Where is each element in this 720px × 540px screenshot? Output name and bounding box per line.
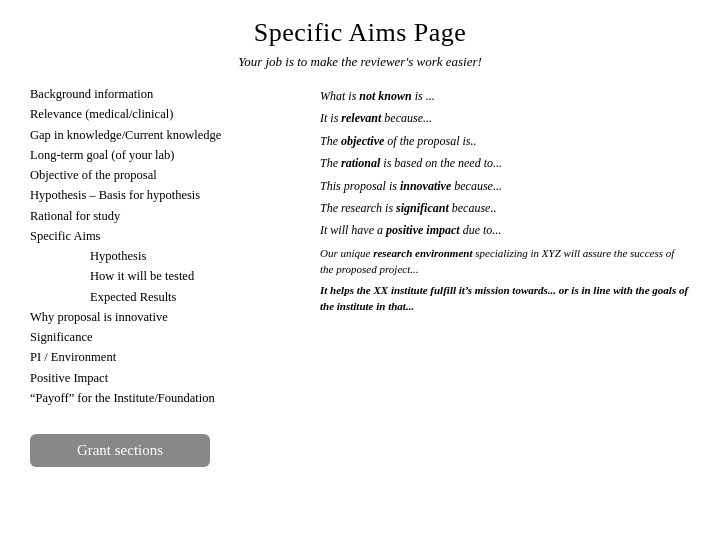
text-prefix: What is (320, 89, 359, 103)
research-environment: research environment (373, 247, 472, 259)
right-column: What is not known is ... It is relevant … (320, 84, 690, 526)
page-subtitle: Your job is to make the reviewer's work … (30, 54, 690, 70)
text-suffix: because.. (449, 201, 497, 215)
list-item: Hypothesis (30, 246, 300, 266)
text-prefix: The (320, 156, 341, 170)
payoff-text: It helps the XX institute fulfill it’s m… (320, 284, 571, 296)
list-item: Hypothesis – Basis for hypothesis (30, 185, 300, 205)
list-item: Long-term goal (of your lab) (30, 145, 300, 165)
text-suffix: of the proposal is.. (384, 134, 476, 148)
grant-sections-button[interactable]: Grant sections (30, 434, 210, 467)
positive-impact: positive impact (386, 223, 460, 237)
list-item: Rational for study (30, 206, 300, 226)
list-item: Gap in knowledge/Current knowledge (30, 125, 300, 145)
list-item: How it will be tested (30, 266, 300, 286)
rational: rational (341, 156, 380, 170)
text-prefix: The research is (320, 201, 396, 215)
list-item: Positive Impact (30, 368, 300, 388)
significant: significant (396, 201, 449, 215)
text-prefix: The (320, 134, 341, 148)
right-line-6: The research is significant because.. (320, 198, 690, 218)
not-known: not known (359, 89, 411, 103)
list-item: Background information (30, 84, 300, 104)
page-title: Specific Aims Page (30, 18, 690, 48)
list-item: Relevance (medical/clinical) (30, 104, 300, 124)
right-line-2: It is relevant because... (320, 108, 690, 128)
objective: objective (341, 134, 384, 148)
list-item: Significance (30, 327, 300, 347)
innovative: innovative (400, 179, 451, 193)
page: Specific Aims Page Your job is to make t… (0, 0, 720, 540)
list-item: Specific Aims (30, 226, 300, 246)
text-suffix: is ... (412, 89, 435, 103)
text-prefix: This proposal is (320, 179, 400, 193)
text-prefix: It is (320, 111, 341, 125)
right-line-8: Our unique research environment speciali… (320, 245, 690, 278)
list-item: Expected Results (30, 287, 300, 307)
text-prefix: It will have a (320, 223, 386, 237)
list-item: PI / Environment (30, 347, 300, 367)
right-line-7: It will have a positive impact due to... (320, 220, 690, 240)
content-area: Background information Relevance (medica… (30, 84, 690, 526)
right-line-5: This proposal is innovative because... (320, 176, 690, 196)
list-item: Why proposal is innovative (30, 307, 300, 327)
relevant: relevant (341, 111, 381, 125)
text-prefix: Our unique (320, 247, 373, 259)
text-suffix: due to... (460, 223, 502, 237)
text-suffix: is based on the need to... (380, 156, 502, 170)
right-line-4: The rational is based on the need to... (320, 153, 690, 173)
text-suffix: because... (451, 179, 502, 193)
right-line-9: It helps the XX institute fulfill it’s m… (320, 282, 690, 315)
text-suffix: because... (381, 111, 432, 125)
right-line-3: The objective of the proposal is.. (320, 131, 690, 151)
right-line-1: What is not known is ... (320, 86, 690, 106)
list-item: “Payoff” for the Institute/Foundation (30, 388, 300, 408)
list-item: Objective of the proposal (30, 165, 300, 185)
left-column: Background information Relevance (medica… (30, 84, 300, 526)
